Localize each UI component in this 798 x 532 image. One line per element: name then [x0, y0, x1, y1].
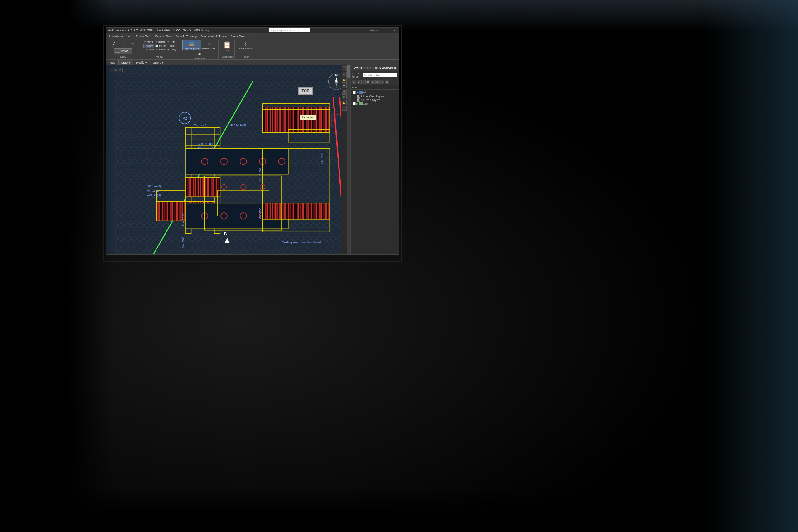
menu-raster-tools[interactable]: Raster Tools: [134, 33, 153, 39]
mirror-btn[interactable]: ⬜ Mirror: [154, 44, 166, 48]
tab-layers[interactable]: Layers ▾: [150, 60, 166, 65]
delete-layer-btn[interactable]: ✕: [357, 80, 361, 84]
all-checkbox[interactable]: [352, 91, 356, 94]
svg-text:Min. 11800: Min. 11800: [147, 189, 160, 192]
layer-tree-item-all[interactable]: ▼ All: [352, 91, 397, 94]
fillet-btn[interactable]: ⌐ Fillet: [167, 44, 176, 48]
layer-panel: LAYER PROPERTIES MANAGER Current layer: …: [350, 65, 399, 254]
select-mode-btn[interactable]: ⊹ Select Mode: [238, 40, 253, 51]
snap-btn[interactable]: ⊕: [342, 94, 347, 99]
svg-text:Min. 6200: Min. 6200: [259, 208, 262, 219]
ribbon-group-draw: ╱ ⌒ ○: [108, 40, 139, 59]
menu-vehicle-tracking[interactable]: Vehicle Tracking: [175, 33, 199, 39]
menu-extra[interactable]: ▾: [248, 33, 253, 39]
xref-layer-icon: [359, 102, 363, 105]
minimize-button[interactable]: —: [380, 28, 386, 32]
match-btn[interactable]: ⊿: [380, 80, 384, 84]
menu-geotechnical[interactable]: Geotechnical Module: [199, 33, 229, 39]
layer-states-btn[interactable]: ⊞: [366, 80, 370, 84]
clipboard-buttons: 📋 Paste: [222, 40, 233, 52]
vertical-scrollbar[interactable]: [347, 65, 350, 254]
svg-rect-30: [185, 149, 288, 174]
title-bar: Autodesk AutoCAD Civil 3D 2018 - LFD-ARP…: [106, 28, 399, 33]
search-box[interactable]: Type a keyword or phrase: [269, 28, 310, 32]
viewport-minimize-btn[interactable]: —: [110, 69, 113, 71]
ribbon-group-clipboard: 📋 Paste Clipboard: [220, 40, 235, 59]
tab-modify[interactable]: Modify ▾: [133, 60, 150, 65]
non-xref-icon: [357, 95, 360, 98]
layer-props-icon: [188, 41, 195, 48]
svg-text:400 (note 5): 400 (note 5): [230, 124, 246, 127]
svg-rect-6: [189, 45, 194, 46]
xref-checkbox[interactable]: [352, 102, 356, 105]
set-current-btn[interactable]: ✓: [361, 80, 366, 84]
svg-rect-29: [185, 177, 220, 197]
menu-help[interactable]: Help: [125, 33, 134, 39]
extent-btn[interactable]: ⊡: [342, 89, 347, 94]
all-label: All: [363, 91, 366, 94]
draw-arc-btn[interactable]: ⌒: [119, 40, 127, 48]
make-current-label: Make Current: [202, 48, 215, 50]
all-expand-icon[interactable]: ▼: [356, 91, 359, 94]
zoom-out-btn[interactable]: −: [342, 72, 347, 77]
paste-label: Paste: [224, 49, 230, 52]
array-btn[interactable]: ⊞ Array: [166, 48, 177, 51]
svg-text:Min. 6200: Min. 6200: [182, 237, 185, 248]
xref-expand-icon[interactable]: ▶: [356, 102, 359, 105]
viewport-close-btn[interactable]: ×: [120, 69, 121, 71]
hatch-dropdown-btn[interactable]: Hatch ▼: [114, 48, 132, 54]
match-layer-icon: ≡: [196, 51, 203, 57]
menu-express-tools[interactable]: Express Tools: [154, 33, 174, 39]
svg-text:S: S: [335, 86, 337, 89]
measure-btn[interactable]: 📐: [342, 100, 347, 105]
make-current-btn[interactable]: ✓ Make Current: [201, 40, 216, 50]
menu-projectwise[interactable]: ProjectWise: [229, 33, 247, 39]
close-button[interactable]: ×: [393, 28, 397, 32]
match-layer-btn[interactable]: ≡ Match Layer: [193, 51, 207, 60]
layer-tree-item-non-xref[interactable]: All non-Xref Layers: [352, 94, 397, 98]
bottom-blur: [0, 488, 798, 532]
layer-tree-item-xref[interactable]: ▶ Xref: [352, 102, 397, 106]
layer-search-input[interactable]: [363, 73, 397, 77]
menu-infraworks[interactable]: InfraWorks: [108, 33, 124, 39]
ribbon-group-layers: Layer Properties ✓ Make Current ≡ Match …: [181, 40, 218, 59]
svg-text:Existing weir to be demolished: Existing weir to be demolished: [282, 241, 321, 244]
zoom-in-btn[interactable]: +: [342, 66, 347, 71]
side-toolbar: + − ✋ ↻ ⊡ ⊕ 📐 ℹ: [341, 65, 347, 254]
layer-panel-search-area: Current layer:: [351, 71, 399, 79]
orbit-btn[interactable]: ↻: [342, 83, 347, 88]
trim-btn[interactable]: ✂ Trim: [166, 40, 176, 44]
freeze-btn[interactable]: ❄: [370, 80, 375, 84]
arc-icon: ⌒: [120, 41, 126, 47]
layer-properties-btn[interactable]: Layer Properties: [182, 40, 201, 51]
new-layer-btn[interactable]: ≡: [352, 80, 356, 84]
draw-line-btn[interactable]: ╱: [109, 40, 118, 48]
top-button[interactable]: TOP: [298, 87, 313, 95]
paste-btn[interactable]: 📋 Paste: [222, 40, 233, 52]
svg-text:Min. 8200: Min. 8200: [321, 153, 324, 165]
ribbon-group-modify: ✛ Move ↺ Rotate ✂ Trim ⧉ Copy ⬜ Mirror ⌐…: [140, 40, 179, 59]
merge-btn[interactable]: ⊕: [385, 80, 389, 84]
move-btn[interactable]: ✛ Move: [143, 40, 154, 44]
draw-circle-btn[interactable]: ○: [128, 40, 137, 48]
copy-btn[interactable]: ⧉ Copy: [143, 44, 154, 48]
layer-tree-item-used[interactable]: All Used Layers: [352, 98, 397, 102]
tab-draw[interactable]: Draw ▾: [119, 60, 133, 65]
pan-btn[interactable]: ✋: [342, 78, 347, 82]
match-layer-label: Match Layer: [194, 57, 206, 59]
stretch-btn[interactable]: ↔ Stretch: [142, 48, 155, 51]
ribbon-toolbar: ╱ ⌒ ○: [106, 39, 399, 60]
maximize-button[interactable]: □: [387, 28, 391, 32]
layer-panel-title: LAYER PROPERTIES MANAGER: [351, 65, 399, 71]
properties-btn[interactable]: ℹ: [342, 106, 347, 111]
tab-views[interactable]: ews: [108, 60, 118, 65]
isolate-btn[interactable]: ◎: [375, 80, 380, 84]
layer-panel-toolbar: ≡ ✕ ✓ ⊞ ❄ ◎ ⊿ ⊕: [351, 79, 399, 86]
scrollbar-thumb[interactable]: [347, 65, 350, 78]
sign-in-link[interactable]: Sign In: [369, 29, 378, 32]
scale-btn[interactable]: ⤡ Scale: [155, 48, 166, 51]
hatch-icon: [115, 49, 120, 54]
rotate-btn[interactable]: ↺ Rotate: [154, 40, 166, 44]
viewport-expand-btn[interactable]: □: [115, 69, 117, 71]
paste-icon: 📋: [223, 41, 231, 49]
